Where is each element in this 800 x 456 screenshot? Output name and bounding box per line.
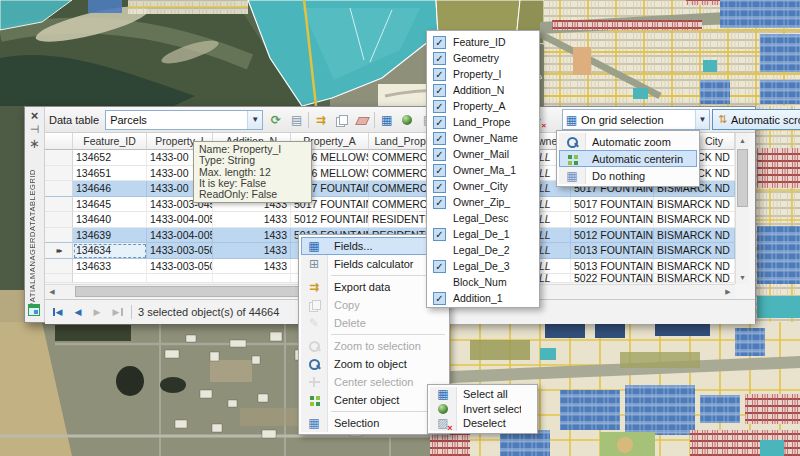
cell-feature-id[interactable]: 134651 — [73, 166, 147, 182]
cell-owner-ma-1[interactable]: 5022 FOUNTAIN... — [571, 274, 654, 283]
submenu-item[interactable]: Invert selection — [430, 402, 535, 417]
cell-owner-ma[interactable]: LL — [536, 212, 571, 228]
cell-owner-ma-1[interactable]: 5013 FOUNTAIN... — [571, 259, 654, 275]
grid-selection-menu-item[interactable]: Automatic centering — [559, 150, 697, 167]
checkbox[interactable] — [433, 100, 446, 113]
scroll-down-icon[interactable]: ▼ — [736, 270, 749, 284]
layer-select[interactable]: Parcels ▼ — [105, 110, 263, 130]
cell-owner-ma-1[interactable]: 5012 FOUNTAIN... — [571, 212, 654, 228]
record-nav-button[interactable] — [88, 303, 106, 321]
cell-owner-ma-1[interactable]: 5013 FOUNTAIN... — [571, 243, 654, 259]
cell-owner-ma[interactable]: LL — [536, 228, 571, 244]
scroll-left-icon[interactable]: ◀ — [45, 285, 59, 299]
row-indicator[interactable] — [45, 243, 73, 259]
cell-city[interactable]: BISMARCK ND — [654, 259, 735, 275]
cell-feature-id[interactable]: 134640 — [73, 212, 147, 228]
column-chooser-item[interactable]: Legal_De_2 — [427, 242, 539, 258]
cell-owner-ma[interactable]: LL — [536, 259, 571, 275]
grid-selection-menu-item[interactable]: Do nothing — [559, 167, 697, 184]
submenu-item[interactable]: Select all — [430, 387, 535, 402]
row-indicator[interactable] — [45, 228, 73, 244]
column-chooser-item[interactable]: Block_Num — [427, 274, 539, 290]
chevron-down-icon[interactable]: ▼ — [695, 110, 709, 129]
row-indicator[interactable] — [45, 150, 73, 166]
table-row[interactable]: 134640 1433-004-005 1433 5012 FOUNTAIN..… — [45, 212, 735, 228]
checkbox[interactable] — [433, 164, 446, 177]
column-chooser-item[interactable]: Property_I — [427, 66, 539, 82]
cell-city[interactable]: BISMARCK ND — [654, 197, 735, 213]
automatic-scroll-button[interactable]: Automatic scroll — [712, 109, 800, 130]
toolbar-button[interactable] — [265, 109, 286, 130]
checkbox[interactable] — [433, 260, 446, 273]
cell-owner-ma[interactable]: LL — [536, 197, 571, 213]
cell-feature-id[interactable]: 134633 — [73, 259, 147, 275]
context-menu-item[interactable]: Selection ▶ — [301, 414, 447, 432]
column-chooser-item[interactable]: Legal_Desc — [427, 210, 539, 226]
v-scrollbar[interactable]: ▲ ▼ — [735, 133, 749, 284]
cell-addition-n[interactable] — [213, 274, 291, 283]
table-row[interactable]: 134645 1433-003-045 1433 5017 FOUNTAIN..… — [45, 197, 735, 213]
context-menu-item[interactable]: Delete ▶ — [301, 314, 447, 332]
column-chooser-item[interactable]: Land_Prope — [427, 114, 539, 130]
column-chooser-item[interactable]: Owner_Name — [427, 130, 539, 146]
cell-addition-n[interactable]: 1433 — [213, 228, 291, 244]
cell-property-i[interactable]: 1433-003-050 — [147, 259, 213, 275]
grid-selection-combo[interactable]: On grid selection ▼ — [562, 109, 710, 130]
record-nav-button[interactable] — [50, 303, 68, 321]
toolbar-button[interactable] — [286, 109, 307, 130]
panel-window-icon[interactable] — [27, 122, 43, 136]
column-chooser-item[interactable]: Legal_De_3 — [427, 258, 539, 274]
submenu-item[interactable]: Deselect — [430, 416, 535, 431]
cell-addition-n[interactable]: 1433 — [213, 212, 291, 228]
cell-property-a[interactable]: 5012 FOUNTAIN... — [291, 212, 369, 228]
cell-city[interactable]: BISMARCK ND — [654, 212, 735, 228]
cell-feature-id[interactable]: 134652 — [73, 150, 147, 166]
toolbar-button[interactable] — [310, 109, 331, 130]
toolbar-button[interactable] — [331, 109, 352, 130]
checkbox[interactable] — [433, 132, 446, 145]
column-chooser-item[interactable]: Owner_Mail — [427, 146, 539, 162]
toolbar-button[interactable] — [397, 109, 418, 130]
column-chooser-item[interactable]: Addition_1 — [427, 290, 539, 306]
column-header[interactable]: Feature_ID — [73, 133, 147, 150]
toolbar-button[interactable] — [376, 109, 397, 130]
toolbar-button[interactable] — [352, 109, 373, 130]
cell-addition-n[interactable]: 1433 — [213, 243, 291, 259]
cell-city[interactable]: BISMARCK ND — [654, 243, 735, 259]
column-chooser-item[interactable]: Owner_City — [427, 178, 539, 194]
cell-feature-id[interactable] — [73, 274, 147, 283]
cell-city[interactable]: BISMARCK ND — [654, 228, 735, 244]
cell-owner-ma[interactable]: LL — [536, 274, 571, 283]
checkbox[interactable] — [433, 52, 446, 65]
row-indicator[interactable] — [45, 259, 73, 275]
context-menu-item[interactable]: Zoom to selection ▶ — [301, 337, 447, 355]
cell-feature-id[interactable]: 134639 — [73, 228, 147, 244]
cell-owner-ma-1[interactable]: 5017 FOUNTAIN... — [571, 197, 654, 213]
record-nav-button[interactable] — [107, 303, 125, 321]
record-nav-button[interactable] — [69, 303, 87, 321]
row-indicator[interactable] — [45, 212, 73, 228]
context-menu-item[interactable]: Center selection ▶ — [301, 373, 447, 391]
row-indicator[interactable] — [45, 274, 73, 283]
cell-feature-id[interactable]: 134646 — [73, 181, 147, 197]
checkbox[interactable] — [433, 68, 446, 81]
column-header[interactable] — [45, 133, 73, 150]
v-scroll-thumb[interactable] — [737, 149, 748, 207]
cell-property-i[interactable] — [147, 274, 213, 283]
context-menu-item[interactable]: Center object ▶ — [301, 391, 447, 409]
row-indicator[interactable] — [45, 197, 73, 213]
cell-addition-n[interactable]: 1433 — [213, 259, 291, 275]
row-indicator[interactable] — [45, 166, 73, 182]
cell-city[interactable]: BISMARCK ND — [654, 274, 735, 283]
panel-window-icon[interactable] — [27, 136, 43, 150]
scroll-right-icon[interactable]: ▶ — [721, 285, 735, 299]
cell-property-i[interactable]: 1433-004-005 — [147, 212, 213, 228]
checkbox[interactable] — [433, 116, 446, 129]
grid-selection-menu-item[interactable]: Automatic zoom — [559, 133, 697, 150]
cell-owner-ma[interactable]: LL — [536, 243, 571, 259]
cell-feature-id[interactable]: 134634 — [73, 243, 147, 259]
column-chooser-item[interactable]: Legal_De_1 — [427, 226, 539, 242]
checkbox[interactable] — [433, 180, 446, 193]
checkbox[interactable] — [433, 148, 446, 161]
checkbox[interactable] — [433, 228, 446, 241]
